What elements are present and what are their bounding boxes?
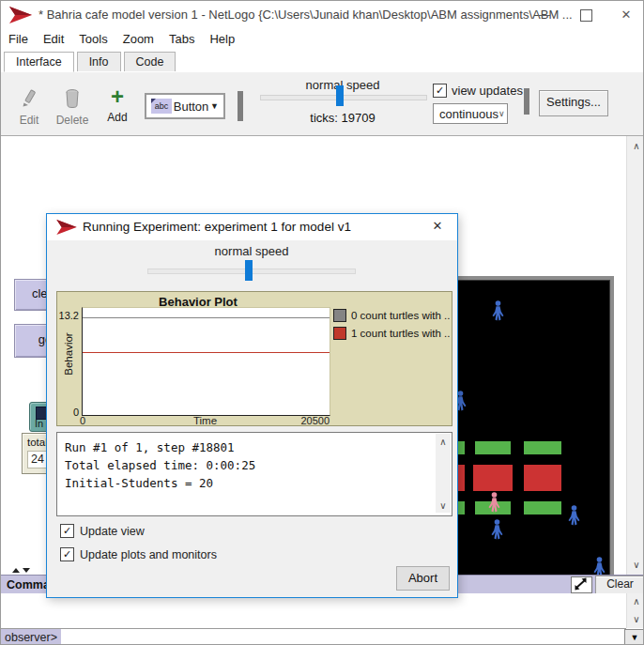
experiment-output-box[interactable]: Run #1 of 1, step #18801Total elapsed ti… (56, 432, 452, 516)
abort-button[interactable]: Abort (396, 566, 450, 591)
title-bar[interactable]: * Bahria cafe model version 1 - NetLogo … (1, 1, 643, 29)
y-axis-tick: 13.2 (57, 310, 79, 321)
experiment-output-text: Run #1 of 1, step #18801Total elapsed ti… (65, 438, 255, 492)
menu-item-help[interactable]: Help (202, 29, 242, 46)
dialog-speed-slider-thumb[interactable] (245, 260, 253, 281)
legend-entry: 1 count turtles with ... (333, 327, 450, 340)
scroll-down-icon[interactable]: ∨ (627, 557, 644, 573)
monitor-label: total (27, 437, 48, 448)
dialog-close-button[interactable]: ✕ (425, 219, 450, 238)
view-updates-checkbox[interactable]: ✓ view updates (433, 84, 523, 98)
tab-info[interactable]: Info (77, 52, 121, 71)
tab-interface[interactable]: Interface (4, 52, 74, 72)
toolbar-separator (238, 91, 243, 121)
person-icon (491, 300, 505, 321)
checkbox-check-icon: ✓ (60, 547, 74, 561)
close-icon: ✕ (621, 8, 632, 22)
scroll-up-icon[interactable]: ∧ (627, 138, 644, 154)
legend-swatch-icon (333, 327, 346, 340)
add-label: Add (97, 111, 138, 124)
running-experiment-dialog: Running Experiment: experiment 1 for mod… (46, 213, 458, 598)
triangle-down-icon (23, 568, 30, 573)
trash-icon (63, 87, 82, 108)
scroll-down-icon[interactable]: ∨ (627, 611, 644, 627)
dialog-title-bar[interactable]: Running Experiment: experiment 1 for mod… (47, 214, 457, 240)
netlogo-logo-icon (56, 220, 77, 235)
output-line: Total elapsed time: 0:00:25 (65, 456, 255, 474)
settings-button[interactable]: Settings... (539, 90, 608, 116)
turtle-person-pink (487, 492, 501, 513)
output-scrollbar[interactable]: ∧ ∨ (436, 434, 451, 513)
menu-item-tools[interactable]: Tools (71, 29, 115, 46)
checkbox-check-icon: ✓ (60, 524, 74, 538)
view-updates-label: view updates (452, 84, 523, 98)
person-icon (487, 492, 501, 513)
delete-label: Delete (52, 114, 93, 127)
dialog-title: Running Experiment: experiment 1 for mod… (83, 220, 351, 234)
plot-line-series (83, 317, 330, 318)
person-icon (567, 505, 581, 526)
checkbox-check-icon: ✓ (433, 84, 447, 98)
update-mode-dropdown[interactable]: continuous ∨ (433, 103, 508, 124)
ticks-counter: ticks: 19709 (260, 111, 425, 125)
command-center-output[interactable] (1, 593, 626, 629)
tab-code[interactable]: Code (124, 52, 176, 71)
turtle-person-blue (490, 519, 504, 540)
observer-prompt: observer> (1, 629, 61, 645)
speed-slider[interactable] (260, 95, 427, 100)
canvas-scrollbar[interactable]: ∧ ∨ (626, 136, 644, 575)
command-center-clear-button[interactable]: Clear (595, 576, 644, 594)
x-axis-tick: 20500 (286, 415, 330, 426)
plus-icon: + (108, 87, 127, 108)
add-widget-button[interactable]: + Add (97, 87, 138, 124)
y-axis-tick: 0 (65, 407, 79, 418)
patch-block-green (524, 501, 561, 514)
person-icon (490, 519, 504, 540)
agent-type-dropdown[interactable]: ▼ (624, 629, 644, 645)
scroll-up-icon[interactable]: ∧ (627, 593, 644, 609)
dialog-speed-label: normal speed (148, 244, 355, 258)
legend-label: 0 count turtles with ... (351, 310, 450, 321)
abc-widget-icon: abc (151, 99, 172, 114)
close-icon: ✕ (433, 219, 443, 233)
patch-block-red (473, 465, 513, 491)
update-view-label: Update view (80, 525, 145, 538)
triangle-down-icon: ▼ (631, 633, 639, 642)
legend-label: 1 count turtles with ... (351, 328, 450, 339)
menu-item-zoom[interactable]: Zoom (115, 29, 161, 46)
chevron-down-icon: ▼ (210, 101, 219, 111)
triangle-up-icon (12, 568, 20, 573)
command-center-scrollbar[interactable]: ∧ ∨ (626, 593, 644, 628)
minimize-button[interactable] (525, 1, 566, 29)
update-view-checkbox[interactable]: ✓ Update view (60, 524, 145, 538)
scroll-up-icon[interactable]: ∧ (436, 434, 451, 450)
plot-legend: 0 count turtles with ...1 count turtles … (333, 309, 450, 345)
output-line: Run #1 of 1, step #18801 (65, 438, 255, 456)
toolbar-separator (524, 88, 529, 115)
update-mode-value: continuous (439, 107, 498, 121)
turtle-person-blue (567, 505, 581, 526)
resize-diagonal-icon (572, 577, 590, 591)
output-line: Initial-Students = 20 (65, 474, 255, 492)
netlogo-window: * Bahria cafe model version 1 - NetLogo … (0, 0, 644, 645)
update-plots-checkbox[interactable]: ✓ Update plots and monitors (60, 547, 217, 561)
command-input-row[interactable]: observer> ▼ (1, 629, 644, 645)
patch-block-green (524, 441, 561, 454)
netlogo-logo-icon (9, 7, 32, 23)
menu-item-edit[interactable]: Edit (36, 29, 71, 46)
speed-slider-thumb[interactable] (336, 85, 344, 106)
chevron-down-icon: ∨ (498, 109, 505, 118)
toolbar: Edit Delete + Add abc Button ▼ normal sp… (1, 72, 643, 136)
behavior-plot-panel: Behavior Plot 13.2 0 Behavior 0 Time 205… (56, 291, 452, 426)
command-center-resize-button[interactable] (571, 576, 592, 593)
patch-block-red (524, 465, 561, 491)
maximize-button[interactable] (566, 1, 607, 29)
close-button[interactable]: ✕ (607, 1, 644, 29)
edit-widget-button[interactable]: Edit (8, 87, 50, 127)
delete-widget-button[interactable]: Delete (52, 87, 93, 127)
widget-type-dropdown[interactable]: abc Button ▼ (145, 93, 225, 119)
splitter-handle[interactable] (12, 567, 35, 575)
scroll-down-icon[interactable]: ∨ (436, 498, 451, 514)
menu-item-file[interactable]: File (1, 29, 36, 46)
menu-item-tabs[interactable]: Tabs (161, 29, 202, 46)
